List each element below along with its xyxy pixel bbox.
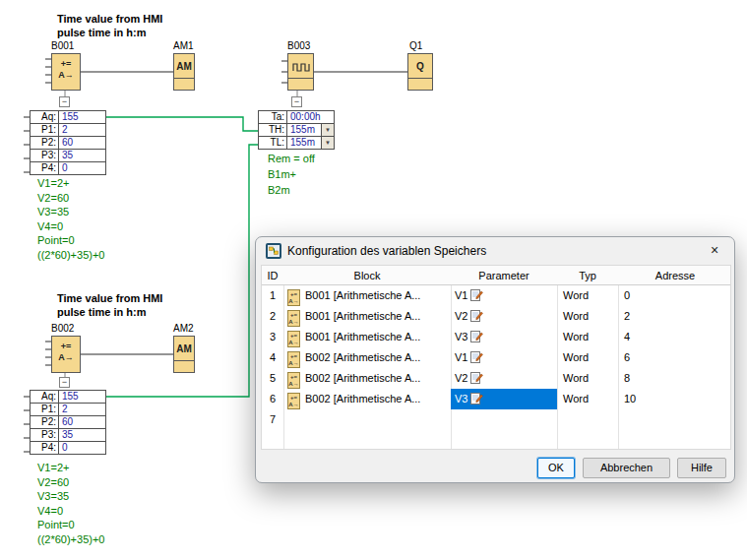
parameter-name: V2 — [455, 372, 467, 384]
cell-adresse: 6 — [618, 347, 731, 368]
table-row[interactable]: 7 — [262, 409, 730, 430]
block-am1[interactable]: AM — [173, 53, 195, 91]
param-value: 35 — [59, 150, 105, 161]
table-row[interactable]: 1 +=A→B001 [Arithmetische A... V1 Word 0 — [262, 285, 730, 306]
block-name: B001 [Arithmetische A... — [305, 289, 420, 301]
cell-parameter[interactable]: V2 — [451, 306, 557, 327]
cell-parameter[interactable]: V2 — [451, 368, 557, 389]
block-label-q1: Q1 — [409, 40, 422, 51]
collapse-toggle-b001[interactable]: − — [59, 96, 70, 107]
cell-parameter-selected[interactable]: V3 — [451, 389, 557, 409]
am-block-text: AM — [174, 337, 194, 360]
help-button[interactable]: Hilfe — [677, 458, 726, 478]
param-value: 155 — [59, 111, 105, 123]
block-name: B002 [Arithmetische A... — [305, 393, 420, 404]
param-row-th[interactable]: TH: 155m ▼ — [258, 123, 335, 137]
column-header-block: Block — [283, 266, 451, 285]
param-label: P1: — [31, 404, 59, 415]
cell-parameter[interactable]: V1 — [451, 347, 557, 368]
fbd-canvas: Time value from HMI pulse time in h:m Ti… — [0, 0, 747, 560]
cell-id: 2 — [262, 306, 283, 327]
cell-adresse: 10 — [618, 389, 731, 409]
edit-icon[interactable] — [470, 330, 483, 342]
collapse-toggle-b002[interactable]: − — [59, 377, 70, 388]
arithmetic-block-icon: +=A→ — [287, 393, 300, 409]
annotation-b001: V1=2+ V2=60 V3=35 V4=0 Point=0 ((2*60)+3… — [37, 176, 105, 262]
block-label-b003: B003 — [287, 40, 310, 51]
param-row-p2[interactable]: P2: 60 — [30, 415, 106, 429]
param-value: 60 — [59, 137, 105, 149]
arith-top-glyph: += — [52, 59, 80, 70]
param-row-p1[interactable]: P1: 2 — [30, 403, 106, 416]
param-row-p3[interactable]: P3: 35 — [30, 149, 106, 162]
cancel-button[interactable]: Abbrechen — [583, 458, 670, 478]
edit-icon[interactable] — [470, 392, 483, 404]
cell-id: 4 — [262, 347, 283, 368]
param-row-p4[interactable]: P4: 0 — [30, 161, 106, 175]
cell-typ: Word — [557, 368, 618, 389]
square-wave-icon — [292, 61, 310, 73]
variable-memory-table: ID Block Parameter Typ Adresse 1 +=A→B00… — [261, 265, 731, 450]
annotation-b003: Rem = off B1m+ B2m — [268, 151, 315, 198]
param-value: 0 — [59, 162, 105, 174]
param-row-aq[interactable]: Aq: 155 — [30, 390, 106, 404]
cell-block: +=A→B001 [Arithmetische A... — [283, 285, 451, 306]
edit-icon[interactable] — [470, 288, 483, 301]
block-b003[interactable] — [287, 53, 314, 91]
cell-parameter[interactable]: V3 — [451, 327, 557, 347]
param-value: 2 — [59, 124, 105, 136]
param-value: 35 — [59, 429, 105, 441]
param-row-tl[interactable]: TL: 155m ▼ — [258, 136, 335, 150]
ref-wire-b001aq-th — [106, 117, 258, 131]
table-row[interactable]: 3 +=A→B001 [Arithmetische A... V3 Word 4 — [262, 327, 730, 347]
param-row-ta[interactable]: Ta: 00:00h — [258, 110, 335, 124]
param-label: P4: — [31, 162, 59, 174]
cell-typ: Word — [557, 347, 618, 368]
table-row[interactable]: 5 +=A→B002 [Arithmetische A... V2 Word 8 — [262, 368, 730, 389]
cell-adresse: 8 — [618, 368, 731, 389]
param-label: Aq: — [31, 111, 59, 123]
param-row-p4[interactable]: P4: 0 — [30, 441, 106, 455]
cell-id: 3 — [262, 327, 283, 347]
dropdown-arrow-icon[interactable]: ▼ — [321, 124, 334, 136]
param-box-b002: Aq: 155 P1: 2 P2: 60 P3: 35 P4: 0 — [30, 390, 106, 455]
dropdown-arrow-icon[interactable]: ▼ — [321, 137, 334, 149]
block-name: B002 [Arithmetische A... — [305, 372, 420, 384]
param-box-b003: Ta: 00:00h TH: 155m ▼ TL: 155m ▼ — [258, 110, 335, 150]
ok-button[interactable]: OK — [537, 458, 575, 478]
column-header-id: ID — [262, 266, 283, 285]
arithmetic-block-icon: +=A→ — [287, 351, 300, 368]
edit-icon[interactable] — [470, 309, 483, 322]
param-row-p1[interactable]: P1: 2 — [30, 123, 106, 137]
param-row-p3[interactable]: P3: 35 — [30, 428, 106, 442]
block-b001[interactable]: += A→ — [51, 53, 81, 91]
table-row[interactable]: 2 +=A→B001 [Arithmetische A... V2 Word 2 — [262, 306, 730, 327]
arithmetic-block-icon: +=A→ — [287, 289, 300, 306]
param-row-aq[interactable]: Aq: 155 — [30, 110, 106, 124]
block-divider — [174, 78, 194, 79]
block-am2[interactable]: AM — [173, 336, 195, 373]
arithmetic-icon: += A→ — [52, 54, 80, 81]
dialog-titlebar[interactable]: Konfiguration des variablen Speichers × — [256, 237, 734, 265]
table-row[interactable]: 6 +=A→B002 [Arithmetische A... V3 Word 1… — [262, 389, 730, 409]
column-header-typ: Typ — [557, 266, 618, 285]
block-divider — [288, 78, 313, 79]
cell-parameter[interactable]: V1 — [451, 285, 557, 306]
collapse-toggle-b003[interactable]: − — [291, 96, 302, 107]
block-q1[interactable]: Q — [407, 53, 433, 91]
edit-icon[interactable] — [470, 371, 483, 384]
close-icon[interactable]: × — [706, 241, 723, 259]
block-b002[interactable]: += A→ — [51, 336, 81, 373]
block-label-b002: B002 — [51, 323, 74, 334]
block-name: B001 [Arithmetische A... — [305, 331, 420, 342]
param-row-p2[interactable]: P2: 60 — [30, 136, 106, 150]
edit-icon[interactable] — [470, 350, 483, 363]
dialog-title: Konfiguration des variablen Speichers — [287, 243, 486, 259]
block-name: B002 [Arithmetische A... — [305, 351, 420, 363]
param-value: 0 — [59, 442, 105, 454]
column-header-adresse: Adresse — [618, 266, 731, 285]
param-label: P1: — [31, 124, 59, 136]
param-box-b001: Aq: 155 P1: 2 P2: 60 P3: 35 P4: 0 — [30, 110, 106, 175]
table-row[interactable]: 4 +=A→B002 [Arithmetische A... V1 Word 6 — [262, 347, 730, 368]
cell-block: +=A→B001 [Arithmetische A... — [283, 327, 451, 347]
